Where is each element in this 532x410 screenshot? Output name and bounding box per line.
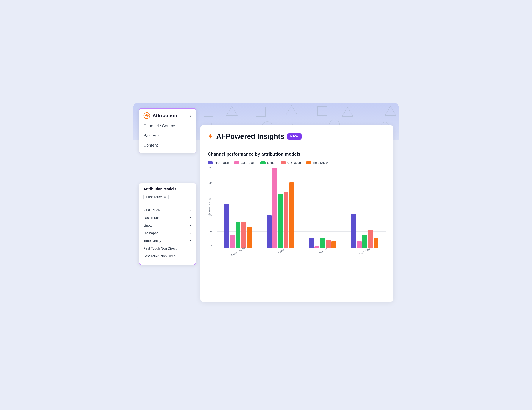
model-item-time-decay[interactable]: Time Decay ✓ xyxy=(143,237,191,245)
new-badge: NEW xyxy=(287,133,302,140)
model-item-first-touch[interactable]: First Touch ✓ xyxy=(143,207,191,214)
legend-dot-first-touch xyxy=(208,161,213,164)
y-label-0: 0 xyxy=(211,245,212,248)
bar-u-shaped xyxy=(368,230,373,248)
bars-area xyxy=(217,166,386,248)
bar-group-paid-search xyxy=(344,166,386,248)
bar-linear xyxy=(236,222,240,248)
svg-marker-3 xyxy=(342,107,353,117)
legend-label-first-touch: First Touch xyxy=(214,161,229,164)
legend-dot-last-touch xyxy=(234,161,239,164)
y-label-10: 10 xyxy=(209,229,212,232)
bar-last-touch xyxy=(314,246,319,248)
legend-item-linear: Linear xyxy=(260,161,275,164)
check-icon-first-touch: ✓ xyxy=(189,209,191,212)
x-label-organic-search: Organic Search xyxy=(217,248,259,253)
model-item-last-touch[interactable]: Last Touch ✓ xyxy=(143,214,191,222)
insights-header: ✦ AI-Powered Insights NEW xyxy=(208,133,386,141)
legend-item-first-touch: First Touch xyxy=(208,161,229,164)
bar-linear xyxy=(362,235,367,248)
model-item-linear[interactable]: Linear ✓ xyxy=(143,222,191,229)
models-divider xyxy=(143,205,191,205)
check-icon-time-decay: ✓ xyxy=(189,239,191,243)
models-title: Attribution Models xyxy=(143,187,191,191)
y-label-30: 30 xyxy=(209,198,212,200)
attribution-items: Channel / Source Paid Ads Content xyxy=(143,123,191,148)
bar-time-decay xyxy=(331,241,336,248)
y-axis-labels: 50 40 30 20 10 0 xyxy=(209,166,212,248)
bar-last-touch xyxy=(230,235,235,248)
x-axis-labels: Organic Search Direct Referral Paid Sear… xyxy=(217,248,386,259)
attribution-dropdown[interactable]: Attribution ∨ Channel / Source Paid Ads … xyxy=(139,108,196,153)
bar-linear xyxy=(278,194,283,248)
y-label-40: 40 xyxy=(209,182,212,185)
selected-badge-label: First Touch xyxy=(146,195,163,199)
bar-group-direct xyxy=(259,166,302,248)
star-icon: ✦ xyxy=(208,133,213,140)
bar-last-touch xyxy=(357,241,362,248)
legend-dot-time-decay xyxy=(306,161,311,164)
bar-last-touch xyxy=(272,168,277,248)
bar-first-touch xyxy=(224,204,229,248)
model-item-u-shaped[interactable]: U-Shaped ✓ xyxy=(143,229,191,237)
models-dropdown[interactable]: Attribution Models First Touch × First T… xyxy=(139,183,196,265)
model-label-first-touch-non-direct: First Touch Non Direct xyxy=(143,247,177,250)
bar-linear xyxy=(320,238,325,248)
x-label-referral: Referral xyxy=(301,248,344,253)
attribution-icon xyxy=(143,112,150,119)
main-card: ✦ AI-Powered Insights NEW Channel perfor… xyxy=(200,125,393,302)
bar-time-decay xyxy=(374,238,379,248)
check-icon-last-touch: ✓ xyxy=(189,216,191,220)
svg-marker-4 xyxy=(385,106,396,116)
attribution-item-channel[interactable]: Channel / Source xyxy=(143,123,191,129)
y-label-20: 20 xyxy=(209,213,212,216)
legend-label-linear: Linear xyxy=(267,161,275,164)
svg-rect-7 xyxy=(318,106,327,116)
chart-section-title: Channel performance by attribution model… xyxy=(208,152,386,157)
svg-rect-5 xyxy=(204,107,213,117)
y-label-50: 50 xyxy=(209,166,212,169)
attribution-item-content[interactable]: Content xyxy=(143,142,191,148)
model-label-last-touch: Last Touch xyxy=(143,216,160,220)
x-label-paid-search: Paid Search xyxy=(344,248,386,253)
bar-u-shaped xyxy=(326,240,331,248)
attribution-item-paid-ads[interactable]: Paid Ads xyxy=(143,133,191,139)
selected-badge[interactable]: First Touch × xyxy=(143,194,169,200)
svg-rect-6 xyxy=(256,107,266,117)
bar-first-touch xyxy=(309,238,314,248)
bar-u-shaped xyxy=(284,192,288,248)
model-label-first-touch: First Touch xyxy=(143,208,160,212)
attribution-header: Attribution ∨ xyxy=(143,112,191,119)
bar-group-referral xyxy=(301,166,344,248)
svg-marker-1 xyxy=(226,106,238,116)
bar-group-organic-search xyxy=(217,166,259,248)
chevron-down-icon[interactable]: ∨ xyxy=(189,114,191,118)
legend-label-u-shaped: U-Shaped xyxy=(287,161,301,164)
legend-dot-u-shaped xyxy=(281,161,286,164)
bar-time-decay xyxy=(247,227,252,248)
check-icon-u-shaped: ✓ xyxy=(189,231,191,235)
model-label-last-touch-non-direct: Last Touch Non Direct xyxy=(143,254,176,258)
model-item-last-touch-non-direct[interactable]: Last Touch Non Direct xyxy=(143,252,191,260)
legend-label-time-decay: Time Decay xyxy=(313,161,329,164)
bar-first-touch xyxy=(351,214,356,248)
chart-inner: 50 40 30 20 10 0 xyxy=(217,166,386,259)
model-item-first-touch-non-direct[interactable]: First Touch Non Direct xyxy=(143,245,191,252)
bar-u-shaped xyxy=(241,222,246,248)
legend-item-u-shaped: U-Shaped xyxy=(281,161,301,164)
chart-container: Conversions 50 40 30 20 10 0 xyxy=(208,166,386,259)
legend-item-time-decay: Time Decay xyxy=(306,161,329,164)
chart-legend: First Touch Last Touch Linear U-Shaped T… xyxy=(208,161,386,164)
model-label-linear: Linear xyxy=(143,224,153,228)
model-label-u-shaped: U-Shaped xyxy=(143,231,159,235)
check-icon-linear: ✓ xyxy=(189,224,191,227)
remove-badge-button[interactable]: × xyxy=(164,195,166,199)
bar-time-decay xyxy=(289,182,294,248)
insights-title: AI-Powered Insights xyxy=(216,133,284,141)
bar-first-touch xyxy=(267,215,272,248)
x-label-direct: Direct xyxy=(259,248,302,253)
attribution-title: Attribution xyxy=(152,113,187,118)
model-label-time-decay: Time Decay xyxy=(143,239,161,243)
svg-marker-2 xyxy=(286,105,297,115)
legend-dot-linear xyxy=(260,161,266,164)
